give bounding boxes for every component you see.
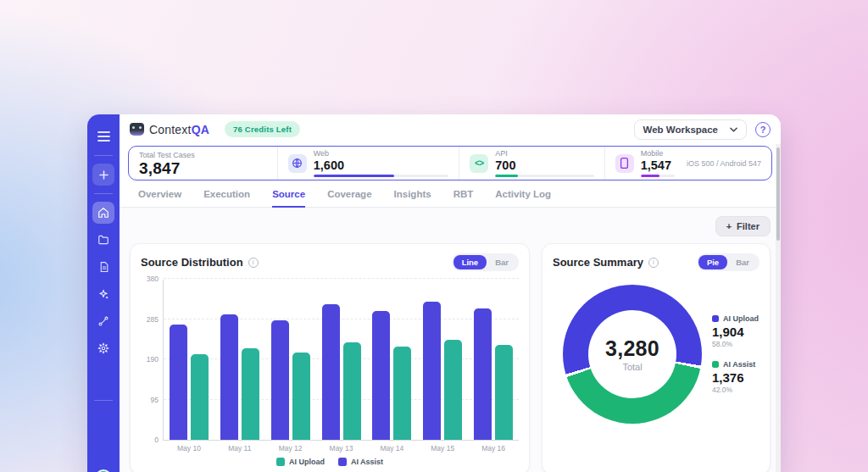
bar-chart: 095190285380 May 10May 11May 12May 13May… <box>141 280 519 441</box>
legend-label: AI Upload <box>723 314 759 323</box>
y-tick-label: 190 <box>147 355 159 364</box>
chevron-down-icon <box>730 127 737 132</box>
toggle-bar[interactable]: Bar <box>727 255 758 269</box>
stat-label: Mobile <box>641 149 675 158</box>
help-icon[interactable]: ? <box>755 122 771 137</box>
x-tick-label: May 14 <box>366 444 417 453</box>
tab-rbt[interactable]: RBT <box>453 186 474 208</box>
globe-icon <box>288 154 307 173</box>
toggle-pie[interactable]: Pie <box>698 255 727 269</box>
stat-value: 700 <box>495 159 593 173</box>
y-tick-label: 95 <box>151 396 159 404</box>
bar-ai-assist[interactable] <box>220 314 238 440</box>
toggle-bar[interactable]: Bar <box>487 255 517 269</box>
legend-swatch <box>712 315 719 322</box>
bar-ai-upload[interactable] <box>292 353 310 441</box>
app-window: ContextQA 76 Credits Left Web Workspace … <box>87 114 781 472</box>
card-title: Source Summary <box>553 256 643 269</box>
legend-swatch <box>338 458 347 466</box>
sidebar-divider <box>94 193 113 194</box>
stat-label: Total Test Cases <box>139 151 195 159</box>
tab-overview[interactable]: Overview <box>138 186 181 208</box>
filter-button[interactable]: + Filter <box>715 216 771 236</box>
chart-legend: AI UploadAI Assist <box>141 458 519 466</box>
x-tick-label: May 13 <box>316 444 367 453</box>
home-icon[interactable] <box>92 202 114 224</box>
summary-legend-ai-upload: AI Upload1,90458.0% <box>712 314 760 348</box>
report-icon[interactable] <box>92 256 114 278</box>
tab-activity-log[interactable]: Activity Log <box>495 186 551 208</box>
legend-label: AI Assist <box>351 458 383 466</box>
phone-icon <box>615 154 634 173</box>
scrollbar[interactable] <box>776 144 781 472</box>
tab-insights[interactable]: Insights <box>394 186 431 208</box>
bar-ai-assist[interactable] <box>372 311 390 441</box>
y-tick-label: 0 <box>154 436 159 444</box>
settings-icon[interactable] <box>92 337 114 359</box>
tab-coverage[interactable]: Coverage <box>327 186 371 208</box>
stat-label: API <box>495 149 593 158</box>
donut-legend: AI Upload1,90458.0%AI Assist1,37642.0% <box>702 314 760 394</box>
stat-value: 1,600 <box>314 159 449 173</box>
credits-badge: 76 Credits Left <box>225 121 300 137</box>
bar-ai-upload[interactable] <box>444 340 462 441</box>
donut-total-label: Total <box>622 362 642 372</box>
legend-item-ai-assist: AI Assist <box>338 458 383 466</box>
logo-robot-icon <box>130 123 144 136</box>
stat-mobile: Mobile 1,547 iOS 500 / Android 547 <box>604 147 771 180</box>
bar-group-may-16: May 16 <box>468 280 519 440</box>
stat-web: Web 1,600 <box>277 147 459 180</box>
y-tick-label: 380 <box>147 275 159 283</box>
tab-source[interactable]: Source <box>272 186 305 208</box>
tab-execution[interactable]: Execution <box>203 186 250 208</box>
stat-total-test-cases: Total Test Cases 3,847 <box>129 147 277 180</box>
info-icon[interactable]: i <box>648 258 659 268</box>
donut-total-value: 3,280 <box>605 336 659 361</box>
x-tick-label: May 10 <box>164 444 214 453</box>
filter-button-label: Filter <box>737 221 760 231</box>
bar-ai-assist[interactable] <box>271 320 289 441</box>
bar-ai-upload[interactable] <box>393 347 411 440</box>
x-tick-label: May 11 <box>214 444 265 453</box>
logo-text: ContextQA <box>149 123 209 136</box>
bar-ai-assist[interactable] <box>474 308 492 440</box>
y-axis: 095190285380 <box>141 280 163 441</box>
stat-value: 1,547 <box>641 159 675 173</box>
legend-swatch <box>712 361 719 368</box>
legend-item-ai-upload: AI Upload <box>276 458 325 466</box>
bar-ai-assist[interactable] <box>170 325 187 440</box>
source-summary-card: Source Summary i Pie Bar 3,280 Total <box>542 243 771 472</box>
toggle-line[interactable]: Line <box>453 255 487 269</box>
info-icon[interactable]: i <box>248 258 259 268</box>
workspace-selector[interactable]: Web Workspace <box>634 119 747 140</box>
legend-swatch <box>276 458 285 466</box>
bar-group-may-13: May 13 <box>316 280 367 440</box>
pipeline-icon[interactable] <box>92 310 114 332</box>
legend-label: AI Assist <box>723 360 755 369</box>
y-tick-label: 285 <box>147 315 159 324</box>
legend-percentage: 42.0% <box>712 386 760 394</box>
top-bar: ContextQA 76 Credits Left Web Workspace … <box>120 114 781 144</box>
bar-ai-upload[interactable] <box>343 342 361 441</box>
summary-legend-ai-assist: AI Assist1,37642.0% <box>712 360 760 394</box>
bar-ai-upload[interactable] <box>242 348 259 440</box>
donut-chart: 3,280 Total <box>563 285 702 424</box>
x-tick-label: May 16 <box>468 444 519 453</box>
progress-web <box>314 175 449 177</box>
sparkles-icon[interactable] <box>92 283 114 305</box>
logo: ContextQA <box>130 123 209 136</box>
legend-label: AI Upload <box>289 458 325 466</box>
bar-group-may-11: May 11 <box>214 280 265 440</box>
stat-api: <> API 700 <box>459 147 604 180</box>
scrollbar-thumb[interactable] <box>776 147 780 241</box>
stat-label: Web <box>314 149 449 158</box>
folder-icon[interactable] <box>92 229 114 251</box>
bar-ai-assist[interactable] <box>423 302 441 441</box>
bar-ai-upload[interactable] <box>191 354 209 441</box>
stat-mobile-breakdown: iOS 500 / Android 547 <box>682 159 761 168</box>
menu-icon[interactable] <box>92 125 114 147</box>
add-icon[interactable] <box>92 164 114 186</box>
bar-ai-upload[interactable] <box>495 345 513 440</box>
plot-area: May 10May 11May 12May 13May 14May 15May … <box>163 280 519 441</box>
bar-ai-assist[interactable] <box>322 304 340 440</box>
